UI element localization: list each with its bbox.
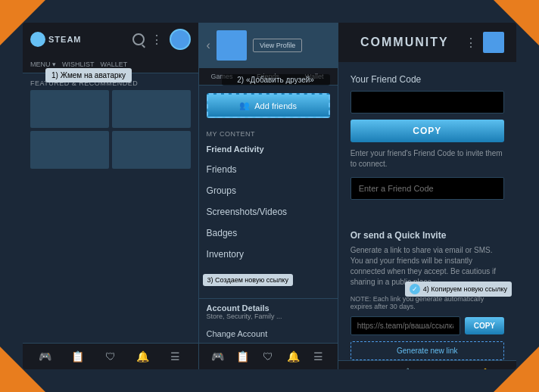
community-more-icon[interactable]: ⋮ [465,36,477,50]
right-bottom-nav: 🎮 📋 🛡 🔔 [338,360,516,369]
friend-code-input[interactable] [351,91,504,114]
community-title: COMMUNITY [360,36,449,49]
steam-icon [30,32,45,47]
add-friends-label: Add friends [254,101,297,110]
game-thumbnails [23,90,198,169]
library-icon-mid[interactable]: 📋 [236,350,250,363]
library-icon-right[interactable]: 📋 [401,367,415,369]
account-details-subtitle: Store, Security, Family ... [207,313,330,320]
game-thumb-1 [30,90,109,128]
menu-item-badges[interactable]: Badges [199,222,338,244]
invite-description: Enter your friend's Friend Code to invit… [351,148,504,170]
friends-label: Friends [207,164,237,175]
search-icon[interactable] [132,33,145,45]
avatar[interactable] [170,29,191,50]
steam-header: STEAM ⋮ [23,23,198,56]
step4-label: 4) Копируем новую ссылку [423,285,507,293]
account-details-title: Account Details [207,303,330,313]
shield-icon-right[interactable]: 🛡 [440,367,453,369]
step3-tooltip: 3) Создаем новую ссылку [203,274,293,286]
step4-tooltip: ✓ 4) Копируем новую ссылку [405,282,512,297]
menu-icon[interactable]: ☰ [169,350,182,363]
left-panel: STEAM ⋮ 1) Жмем на аватарку MENU ▾ WISHL… [23,23,199,369]
profile-avatar [217,30,247,61]
profile-header: ‹ View Profile [199,23,338,68]
generate-link-button[interactable]: Generate new link [351,341,504,360]
menu-item-inventory[interactable]: Inventory [199,244,338,265]
menu-item-groups[interactable]: Groups [199,180,338,201]
games-icon[interactable]: 🎮 [39,350,52,363]
shield-icon[interactable]: 🛡 [104,350,117,363]
menu-item-friends[interactable]: Friends [199,159,338,180]
game-thumb-2 [112,90,191,128]
community-header: COMMUNITY ⋮ [338,23,516,62]
games-icon-mid[interactable]: 🎮 [210,350,224,363]
step2-tooltip: 2) «Добавить друзей» [222,74,330,86]
badges-label: Badges [207,228,238,238]
middle-bottom-nav: 🎮 📋 🛡 🔔 ☰ [199,343,338,369]
my-content-label: MY CONTENT [199,126,338,139]
check-icon: ✓ [410,284,420,294]
quick-invite-title: Or send a Quick Invite [351,230,504,241]
step1-tooltip: 1) Жмем на аватарку [45,68,132,82]
left-content: FEATURED & RECOMMENDED [23,73,198,343]
bell-icon[interactable]: 🔔 [136,350,150,363]
back-arrow-icon[interactable]: ‹ [207,39,210,52]
right-panel: COMMUNITY ⋮ Your Friend Code COPY Enter … [338,23,516,369]
groups-label: Groups [207,185,236,196]
menu-icon-mid[interactable]: ☰ [312,350,326,363]
steam-text: STEAM [48,35,82,44]
link-row: COPY [351,316,504,335]
left-bottom-nav: 🎮 📋 🛡 🔔 ☰ [23,343,198,369]
copy-link-button[interactable]: COPY [465,317,504,334]
change-account[interactable]: Change Account [199,325,338,343]
bell-icon-mid[interactable]: 🔔 [287,350,301,363]
screenshots-label: Screenshots/Videos [207,207,288,217]
bell-icon-right[interactable]: 🔔 [478,367,492,369]
friend-code-title: Your Friend Code [351,74,504,85]
friend-code-section: Your Friend Code COPY Enter your friend'… [338,62,516,212]
account-details[interactable]: Account Details Store, Security, Family … [199,298,338,325]
library-icon[interactable]: 📋 [71,350,85,363]
view-profile-button[interactable]: View Profile [253,39,302,52]
game-thumb-4 [112,131,191,169]
game-thumb-3 [30,131,109,169]
main-screen: STEAM ⋮ 1) Жмем на аватарку MENU ▾ WISHL… [23,23,516,369]
more-options-icon[interactable]: ⋮ [151,33,164,47]
note-text: NOTE: Each link you generate automatical… [351,295,484,310]
steam-logo: STEAM [30,32,82,47]
menu-item-screenshots[interactable]: Screenshots/Videos [199,201,338,222]
link-input[interactable] [351,316,460,335]
quick-invite-section: Or send a Quick Invite Generate a link t… [338,230,516,360]
friend-activity-label: Friend Activity [207,145,264,154]
copy-button[interactable]: COPY [351,120,504,142]
games-icon-right[interactable]: 🎮 [363,367,376,369]
add-friends-icon: 👥 [239,101,250,110]
inventory-label: Inventory [207,249,244,260]
enter-code-input[interactable] [351,177,504,200]
middle-panel: ‹ View Profile 2) «Добавить друзей» Game… [199,23,338,369]
add-friends-button[interactable]: 👥 Add friends [207,93,330,118]
community-avatar[interactable] [483,32,504,53]
shield-icon-mid[interactable]: 🛡 [261,350,275,363]
menu-item-friend-activity[interactable]: Friend Activity [199,139,338,159]
